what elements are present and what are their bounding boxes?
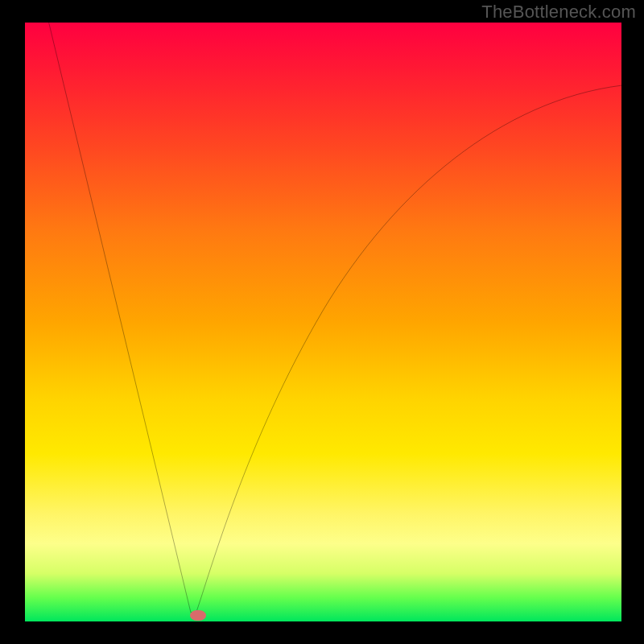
optimal-point-marker [190,610,206,621]
bottleneck-curve [25,23,621,621]
watermark-label: TheBottleneck.com [481,2,636,23]
chart-frame: TheBottleneck.com [0,0,644,644]
curve-path [49,23,621,613]
